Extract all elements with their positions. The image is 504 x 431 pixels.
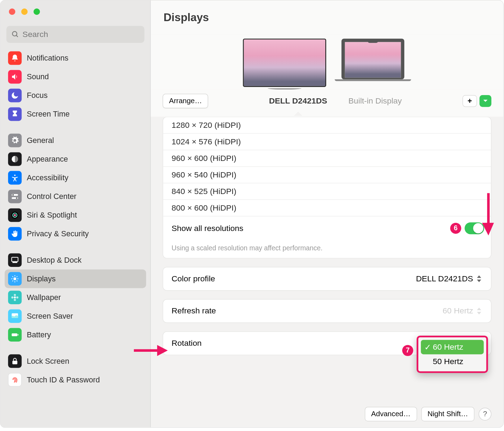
sidebar-item-focus[interactable]: Focus [5,86,146,105]
sidebar-item-accessibility[interactable]: Accessibility [5,168,146,187]
plus-icon: + [467,96,472,105]
accessibility-icon [8,171,22,185]
svg-point-23 [14,294,16,296]
sidebar-item-label: Siri & Spotlight [27,211,77,219]
resolutions-panel: 1280 × 720 (HiDPI)1024 × 576 (HiDPI)960 … [163,117,492,258]
svg-point-7 [16,197,17,199]
sidebar-item-label: Lock Screen [27,357,69,366]
hourglass-icon [8,107,22,121]
refresh-rate-option-50[interactable]: 50 Hertz [421,354,484,369]
color-profile-panel: Color profile DELL D2421DS [163,267,492,291]
add-display-button[interactable]: + [462,95,477,107]
svg-point-0 [12,31,17,36]
annotation-arrow-right [134,344,168,358]
sidebar: NotificationsSoundFocusScreen TimeGenera… [0,0,151,427]
siri-icon [8,208,22,222]
svg-point-6 [12,194,14,195]
svg-point-13 [13,277,16,280]
fingerprint-icon [8,373,22,387]
help-button[interactable]: ? [479,408,491,420]
minimize-button[interactable] [21,8,27,14]
display-tab-1[interactable]: Built-in Display [349,96,402,106]
sidebar-item-screen-time[interactable]: Screen Time [5,105,146,124]
sidebar-item-notifications[interactable]: Notifications [5,49,146,68]
resolution-option[interactable]: 800 × 600 (HiDPI) [163,199,491,216]
svg-point-22 [14,296,16,299]
flower-icon [8,291,22,304]
fullscreen-button[interactable] [33,8,40,14]
sidebar-item-battery[interactable]: Battery [5,325,146,344]
sidebar-item-label: Privacy & Security [27,229,89,238]
sidebar-item-wallpaper[interactable]: Wallpaper [5,288,146,307]
sidebar-list: NotificationsSoundFocusScreen TimeGenera… [0,49,150,427]
refresh-rate-picker[interactable]: 60 Hertz [443,306,484,316]
moon-icon [8,89,22,102]
svg-line-21 [12,281,13,281]
sidebar-item-label: Appearance [27,155,68,163]
resolution-option[interactable]: 1024 × 576 (HiDPI) [163,133,491,150]
builtin-display-thumbnail[interactable] [335,39,411,90]
add-display-menu[interactable] [479,95,491,107]
sidebar-item-control-center[interactable]: Control Center [5,187,146,206]
sidebar-item-lock-screen[interactable]: Lock Screen [5,352,146,370]
svg-line-18 [12,276,13,277]
refresh-rate-label: Refresh rate [172,306,216,316]
sidebar-item-displays[interactable]: Displays [5,269,146,288]
scaled-resolution-note: Using a scaled resolution may affect per… [163,240,491,258]
svg-point-25 [11,296,13,299]
speaker-icon [8,70,22,84]
sidebar-item-label: Screen Saver [27,312,73,320]
rotation-label: Rotation [172,339,202,348]
close-button[interactable] [9,8,15,14]
annotation-badge-6: 6 [450,223,461,234]
resolution-option[interactable]: 840 × 525 (HiDPI) [163,183,491,199]
sidebar-item-label: Desktop & Dock [27,256,82,264]
resolution-option[interactable]: 960 × 540 (HiDPI) [163,166,491,183]
show-all-resolutions-toggle[interactable] [465,222,484,234]
search-input[interactable] [23,30,139,39]
sun-icon [8,272,22,286]
svg-rect-30 [12,361,17,364]
sidebar-item-privacy-security[interactable]: Privacy & Security [5,224,146,243]
refresh-rate-option-60[interactable]: 60 Hertz [421,340,484,354]
sidebar-item-label: Wallpaper [27,293,61,302]
dock-icon [8,253,22,267]
bell-icon [8,51,22,65]
resolution-option[interactable]: 960 × 600 (HiDPI) [163,150,491,166]
sidebar-item-label: Displays [27,274,56,283]
lock-icon [8,354,22,368]
sidebar-item-label: Accessibility [27,173,68,182]
sidebar-item-siri-spotlight[interactable]: Siri & Spotlight [5,206,146,224]
show-all-resolutions-label: Show all resolutions [172,224,244,233]
color-profile-picker[interactable]: DELL D2421DS [416,274,484,283]
display-tab-0[interactable]: DELL D2421DS [269,96,327,106]
resolution-option[interactable]: 1280 × 720 (HiDPI) [163,117,491,133]
search-icon [12,31,19,38]
sidebar-item-screen-saver[interactable]: Screen Saver [5,307,146,325]
advanced-button[interactable]: Advanced… [365,407,417,421]
svg-rect-11 [12,257,18,262]
refresh-rate-panel: Refresh rate 60 Hertz [163,299,492,323]
sidebar-item-appearance[interactable]: Appearance [5,150,146,168]
svg-line-20 [17,276,17,277]
external-display-thumbnail[interactable] [243,39,326,90]
switches-icon [8,190,22,204]
sidebar-item-label: General [27,136,54,145]
svg-rect-28 [12,333,17,336]
sidebar-item-label: Focus [27,91,48,100]
battery-icon [8,328,22,342]
updown-icon [477,307,484,315]
svg-point-24 [14,299,16,301]
night-shift-button[interactable]: Night Shift… [421,407,474,421]
sidebar-item-touch-id-password[interactable]: Touch ID & Password [5,370,146,389]
sidebar-item-desktop-dock[interactable]: Desktop & Dock [5,251,146,269]
page-title: Displays [164,11,209,24]
arrange-button[interactable]: Arrange… [163,94,209,108]
main-pane: Displays Arrange… DELL D2421DSBuilt-in D… [151,0,503,427]
annotation-badge-7: 7 [402,345,413,356]
sidebar-item-sound[interactable]: Sound [5,68,146,86]
sidebar-item-label: Sound [27,72,49,81]
sidebar-item-general[interactable]: General [5,131,146,150]
window-controls [0,0,150,23]
search-field[interactable] [6,26,145,43]
